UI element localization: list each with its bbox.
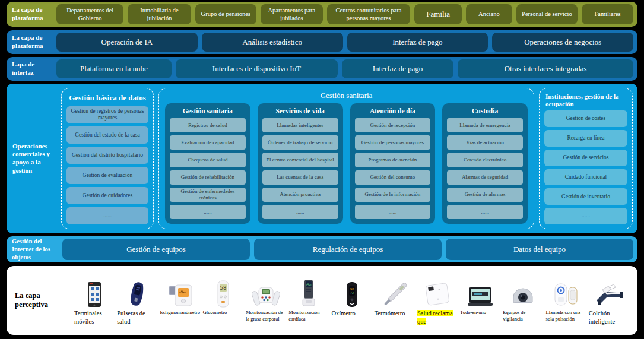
- device-label: Oxímetro: [330, 309, 373, 317]
- health-column-servicios: Servicios de vida Llamadas inteligentes …: [258, 103, 343, 224]
- platform-layer-bar: La capa de plataforma Operación de IA An…: [7, 30, 637, 54]
- platform-box-ia: Operación de IA: [56, 33, 198, 52]
- basic-data-item: Gestión del distrito hospitalario: [66, 147, 148, 164]
- health-item: Alarmas de seguridad: [447, 170, 523, 185]
- device-label: Esfigmomanómetro: [158, 309, 201, 316]
- architecture-diagram: La capa de plataforma Departamentos del …: [0, 0, 644, 339]
- user-box-departamentos: Departamentos del Gobierno: [56, 4, 123, 24]
- device-thermometer: Termómetro: [373, 275, 416, 317]
- basic-data-title: Gestión básica de datos: [66, 93, 148, 106]
- one-touch-call-button-icon: [554, 275, 579, 308]
- device-label: Todo-en-uno: [459, 309, 502, 316]
- device-smart-scale: Salud reclama que: [416, 275, 459, 325]
- device-all-in-one: Todo-en-uno: [459, 275, 502, 316]
- health-item: Chequeos de salud: [170, 153, 246, 167]
- device-oximeter: 9872 Oxímetro: [330, 275, 373, 317]
- health-item: Las cuentas de la casa: [262, 170, 338, 185]
- device-label: Terminales móviles: [73, 309, 116, 325]
- body-fat-monitor-icon: [252, 275, 280, 308]
- device-body-fat-monitor: Monitorización de la grasa corporal: [245, 275, 287, 322]
- iot-layer-label: Gestión del Internet de los objetos: [7, 236, 61, 262]
- health-item: Gestión del consumo: [355, 170, 431, 185]
- health-column-title: Servicios de vida: [262, 105, 338, 118]
- device-fitness-band: Pulseras de salud: [116, 275, 158, 325]
- health-item: ......: [262, 205, 338, 219]
- basic-data-item: Gestión de evaluación: [66, 167, 148, 184]
- device-label: Colchón inteligente: [588, 309, 630, 325]
- basic-data-item: Gestión de cuidadores: [66, 187, 148, 204]
- user-box-pensiones: Grupo de pensiones: [195, 4, 256, 24]
- iot-box-gestion: Gestión de equipos: [62, 239, 250, 260]
- health-management-title: Gestión sanitaria: [165, 90, 528, 103]
- interface-layer-bar: Lapa de interfaz Plataforma en la nube I…: [7, 57, 637, 81]
- health-item: Gestión de alarmas: [447, 188, 523, 202]
- health-column-title: Gestión sanitaria: [170, 105, 246, 118]
- device-label: Termómetro: [373, 309, 416, 317]
- thermometer-icon: [382, 275, 408, 308]
- svg-text:72: 72: [350, 291, 354, 294]
- institutions-item: Gestión de servicios: [544, 150, 627, 166]
- operations-layer-section: Operaciones comerciales y apoyo a la ges…: [7, 84, 637, 233]
- smartphone-icon: [87, 275, 102, 308]
- health-item: Cercado electrónico: [447, 153, 523, 167]
- institutions-item: ......: [544, 208, 627, 224]
- surveillance-camera-icon: [511, 275, 535, 308]
- interface-box-iot: Interfaces de dispositivo IoT: [176, 59, 338, 78]
- user-box-apartamentos: Apartamentos para jubilados: [261, 4, 323, 24]
- institutions-group: Instituciones, gestión de la ocupación G…: [539, 88, 633, 229]
- fitness-band-icon: [127, 275, 147, 308]
- platform-layer-boxes: Operación de IA Análisis estadístico Int…: [55, 30, 637, 54]
- svg-text:58: 58: [220, 285, 226, 291]
- health-item: Gestión de rehabilitación: [170, 170, 246, 185]
- health-item: Llamada de emergencia: [447, 118, 523, 132]
- user-box-centros: Centros comunitarios para personas mayor…: [327, 4, 410, 24]
- health-item: Gestión de personas mayores: [355, 135, 431, 150]
- health-column-atencion: Atención de día Gestión de recepción Ges…: [350, 103, 436, 224]
- platform-box-pago: Interfaz de pago: [347, 33, 488, 52]
- perception-layer-label: La capa perceptiva: [11, 292, 73, 309]
- device-label: Llamada con una sola pulsación: [545, 309, 588, 322]
- health-item: El centro comercial del hospital: [262, 153, 338, 167]
- basic-data-item: Gestión de registros de personas mayores: [66, 106, 148, 123]
- device-label: Pulseras de salud: [116, 309, 158, 325]
- institutions-item: Cuidado funcional: [544, 169, 627, 186]
- iot-box-datos: Datos del equipo: [446, 239, 633, 260]
- institutions-title: Instituciones, gestión de la ocupación: [544, 93, 627, 110]
- interface-layer-label: Lapa de interfaz: [7, 57, 55, 81]
- interface-box-nube: Plataforma en la nube: [56, 59, 172, 78]
- health-item: Órdenes de trabajo de servicio: [262, 135, 338, 150]
- health-column-sanitaria: Gestión sanitaria Registros de salud Eva…: [165, 103, 250, 224]
- user-box-familiares: Familiares: [582, 4, 633, 24]
- device-label: Equipos de vigilancia: [502, 309, 544, 322]
- platform-layer-label: La capa de plataforma: [7, 30, 55, 54]
- smart-scale-icon: [424, 275, 451, 308]
- health-item: Gestión de enfermedades crónicas: [170, 188, 246, 202]
- iot-box-regulacion: Regulación de equipos: [254, 239, 442, 260]
- device-label: Monitorización de la grasa corporal: [245, 309, 287, 322]
- device-glucometer: 58 Glucómetro: [202, 275, 245, 316]
- device-cardiac-monitor: Monitorización cardíaca: [287, 275, 330, 322]
- basic-data-group: Gestión básica de datos Gestión de regis…: [61, 88, 154, 229]
- device-list: Terminales móviles Pulseras de salud Esf…: [73, 275, 630, 325]
- device-smart-mattress: Colchón inteligente: [588, 275, 630, 325]
- interface-layer-boxes: Plataforma en la nube Interfaces de disp…: [55, 57, 637, 81]
- cardiac-monitor-icon: [301, 275, 316, 308]
- basic-data-item: ......: [66, 207, 148, 224]
- operations-layer-label: Operaciones comerciales y apoyo a la ges…: [11, 88, 56, 229]
- device-mobile-terminal: Terminales móviles: [73, 275, 116, 325]
- institutions-item: Gestión de costes: [544, 110, 627, 127]
- all-in-one-terminal-icon: [467, 275, 494, 308]
- basic-data-items: Gestión de registros de personas mayores…: [66, 106, 148, 224]
- health-item: Gestión de la información: [355, 188, 431, 202]
- health-item: ......: [170, 205, 246, 219]
- platform-box-negocios: Operaciones de negocios: [492, 33, 633, 52]
- oximeter-icon: 9872: [345, 275, 359, 308]
- perception-layer-card: La capa perceptiva Terminales móviles Pu…: [7, 266, 637, 335]
- health-column-title: Atención de día: [355, 105, 431, 118]
- user-box-anciano: Anciano: [466, 4, 512, 24]
- institutions-item: Gestión de inventario: [544, 188, 627, 205]
- user-box-familia: Familia: [414, 4, 462, 24]
- health-columns: Gestión sanitaria Registros de salud Eva…: [165, 103, 528, 224]
- health-item: Llamadas inteligentes: [262, 118, 338, 132]
- health-item: Gestión de recepción: [355, 118, 431, 132]
